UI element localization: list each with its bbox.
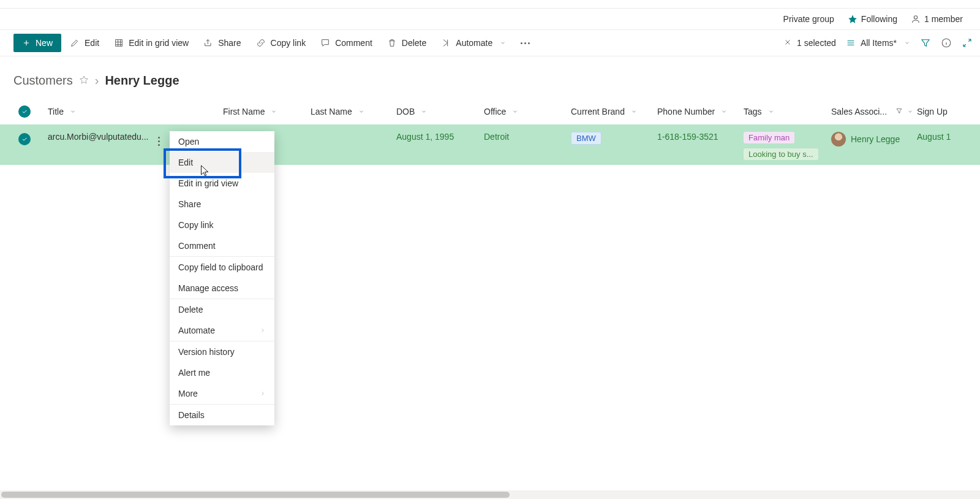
chevron-down-icon bbox=[421, 107, 427, 116]
plus-icon bbox=[22, 39, 31, 47]
menu-delete[interactable]: Delete bbox=[170, 299, 274, 320]
site-header-strip: Private group Following 1 member bbox=[0, 9, 980, 29]
table-row[interactable]: arcu.Morbi@vulputatedu... Eric August 1,… bbox=[0, 124, 980, 165]
star-outline-icon[interactable] bbox=[79, 74, 89, 88]
row-signup: August 1 bbox=[917, 132, 951, 142]
menu-more[interactable]: More bbox=[170, 383, 274, 404]
scrollbar-thumb[interactable] bbox=[1, 492, 510, 498]
edit-grid-button[interactable]: Edit in grid view bbox=[108, 34, 195, 51]
menu-share[interactable]: Share bbox=[170, 194, 274, 215]
new-button[interactable]: New bbox=[13, 34, 61, 52]
menu-manage-access[interactable]: Manage access bbox=[170, 278, 274, 299]
row-checkbox[interactable] bbox=[18, 133, 31, 145]
menu-version-history[interactable]: Version history bbox=[170, 341, 274, 362]
menu-alert-me[interactable]: Alert me bbox=[170, 362, 274, 383]
col-phone[interactable]: Phone Number bbox=[657, 107, 744, 116]
overflow-button[interactable] bbox=[514, 39, 536, 48]
row-title[interactable]: arcu.Morbi@vulputatedu... bbox=[48, 132, 148, 142]
comment-label: Comment bbox=[335, 38, 372, 48]
svg-point-0 bbox=[914, 16, 917, 19]
edit-grid-label: Edit in grid view bbox=[129, 38, 189, 48]
context-menu: Open Edit Edit in grid view Share Copy l… bbox=[170, 131, 274, 425]
row-tag: Looking to buy s... bbox=[744, 148, 818, 160]
row-brand-pill: BMW bbox=[571, 132, 601, 145]
info-icon[interactable] bbox=[941, 37, 952, 48]
delete-button[interactable]: Delete bbox=[381, 34, 432, 51]
flow-icon bbox=[441, 38, 451, 48]
col-dob[interactable]: DOB bbox=[396, 107, 484, 116]
col-tags[interactable]: Tags bbox=[744, 107, 831, 116]
share-icon bbox=[203, 38, 213, 48]
link-icon bbox=[256, 38, 266, 48]
chevron-down-icon bbox=[512, 107, 518, 116]
chevron-down-icon bbox=[500, 38, 506, 48]
following-label: Following bbox=[861, 14, 897, 24]
horizontal-scrollbar[interactable] bbox=[0, 490, 980, 499]
breadcrumb-separator: › bbox=[95, 74, 99, 88]
row-tag: Family man bbox=[744, 132, 794, 143]
share-label: Share bbox=[218, 38, 241, 48]
row-dob: August 1, 1995 bbox=[396, 132, 454, 142]
comment-icon bbox=[320, 38, 330, 48]
select-all-toggle[interactable] bbox=[18, 105, 31, 118]
breadcrumb-list-link[interactable]: Customers bbox=[13, 74, 73, 88]
col-sales-associate[interactable]: Sales Associ... bbox=[831, 107, 917, 116]
chevron-right-icon bbox=[260, 389, 266, 398]
chevron-down-icon bbox=[907, 107, 913, 116]
command-bar: New Edit Edit in grid view Share Copy li… bbox=[0, 29, 980, 56]
copy-link-label: Copy link bbox=[271, 38, 306, 48]
automate-button[interactable]: Automate bbox=[435, 34, 512, 51]
menu-edit-grid[interactable]: Edit in grid view bbox=[170, 173, 274, 194]
menu-copy-link[interactable]: Copy link bbox=[170, 215, 274, 235]
chevron-down-icon bbox=[358, 107, 364, 116]
col-title[interactable]: Title bbox=[48, 107, 223, 116]
chevron-down-icon bbox=[904, 38, 910, 48]
chevron-down-icon bbox=[721, 107, 727, 116]
filter-applied-icon bbox=[895, 107, 903, 116]
grid-icon bbox=[114, 38, 124, 48]
clear-selection-button[interactable]: 1 selected bbox=[783, 38, 836, 48]
col-first-name[interactable]: First Name bbox=[223, 107, 311, 116]
automate-label: Automate bbox=[456, 38, 492, 48]
filter-icon[interactable] bbox=[920, 37, 931, 48]
expand-icon[interactable] bbox=[962, 37, 973, 48]
new-label: New bbox=[36, 38, 53, 48]
star-icon bbox=[848, 14, 858, 24]
members-button[interactable]: 1 member bbox=[911, 14, 963, 24]
col-last-name[interactable]: Last Name bbox=[311, 107, 396, 116]
list-icon bbox=[846, 38, 856, 48]
copy-link-button[interactable]: Copy link bbox=[250, 34, 312, 51]
delete-label: Delete bbox=[402, 38, 426, 48]
view-switcher[interactable]: All Items* bbox=[846, 38, 910, 48]
menu-automate[interactable]: Automate bbox=[170, 320, 274, 341]
avatar bbox=[831, 132, 846, 147]
chevron-down-icon bbox=[631, 107, 637, 116]
row-associate: Henry Legge bbox=[851, 134, 900, 144]
breadcrumb: Customers › Henry Legge bbox=[0, 56, 980, 99]
row-phone: 1-618-159-3521 bbox=[657, 132, 718, 142]
breadcrumb-current: Henry Legge bbox=[105, 74, 179, 88]
chevron-down-icon bbox=[271, 107, 277, 116]
members-label: 1 member bbox=[924, 14, 963, 24]
comment-button[interactable]: Comment bbox=[314, 34, 379, 51]
menu-copy-field[interactable]: Copy field to clipboard bbox=[170, 257, 274, 278]
pencil-icon bbox=[70, 38, 80, 48]
menu-details[interactable]: Details bbox=[170, 405, 274, 425]
edit-button[interactable]: Edit bbox=[64, 34, 105, 51]
menu-comment[interactable]: Comment bbox=[170, 235, 274, 256]
chevron-down-icon bbox=[768, 107, 774, 116]
col-current-brand[interactable]: Current Brand bbox=[571, 107, 657, 116]
person-icon bbox=[911, 14, 921, 24]
col-office[interactable]: Office bbox=[484, 107, 571, 116]
menu-open[interactable]: Open bbox=[170, 131, 274, 152]
row-office: Detroit bbox=[484, 132, 509, 142]
view-name: All Items* bbox=[861, 38, 897, 48]
trash-icon bbox=[387, 38, 397, 48]
row-context-menu-button[interactable] bbox=[156, 134, 162, 148]
col-sign-up[interactable]: Sign Up bbox=[917, 107, 954, 116]
following-toggle[interactable]: Following bbox=[848, 14, 897, 24]
menu-edit[interactable]: Edit bbox=[170, 152, 274, 173]
column-header-row: Title First Name Last Name DOB Office Cu… bbox=[0, 99, 980, 124]
edit-label: Edit bbox=[85, 38, 99, 48]
share-button[interactable]: Share bbox=[197, 34, 247, 51]
